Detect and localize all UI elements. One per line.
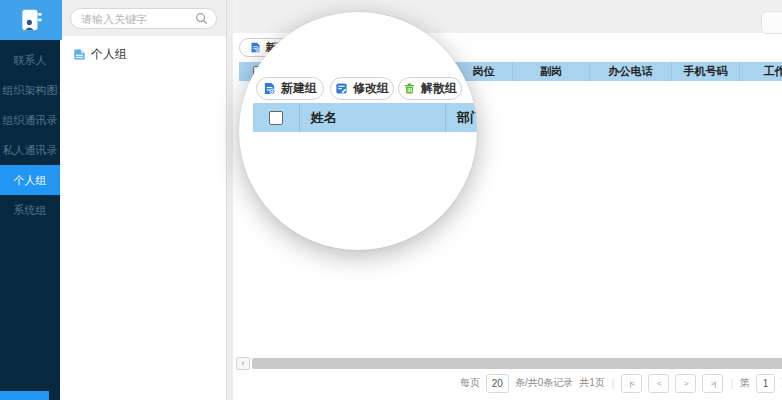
sidebar-menu: 联系人 组织架构图 组织通讯录 私人通讯录 个人组 系统组: [0, 45, 60, 225]
trash-icon: [403, 82, 416, 95]
col-deputy-post[interactable]: 副岗: [513, 62, 590, 81]
select-all-checkbox[interactable]: [269, 111, 283, 125]
search-icon[interactable]: [195, 12, 208, 25]
prev-page-button[interactable]: <: [648, 374, 669, 393]
top-right-partial-button[interactable]: [761, 11, 782, 34]
col-name[interactable]: 姓名: [300, 103, 446, 132]
group-file-icon: [73, 48, 86, 61]
first-page-button[interactable]: |<: [621, 374, 642, 393]
col-department[interactable]: 部门: [446, 103, 477, 132]
tree-item-personal-group[interactable]: 个人组: [60, 36, 226, 63]
panel-gutter: [227, 0, 233, 400]
sidebar-bottom-accent: [0, 391, 49, 400]
per-page-input[interactable]: 20: [486, 374, 509, 393]
scrollbar-thumb[interactable]: [252, 358, 782, 369]
pager-divider: |: [730, 378, 733, 389]
page-number-input[interactable]: 1: [756, 374, 775, 393]
address-book-icon: [18, 7, 44, 33]
col-office-phone[interactable]: 办公电话: [590, 62, 672, 81]
sidebar-item-contacts[interactable]: 联系人: [0, 45, 60, 75]
last-page-button[interactable]: >|: [702, 374, 723, 393]
edit-group-button-magnified[interactable]: 修改组: [330, 77, 394, 100]
page-prefix-label: 第: [740, 376, 750, 390]
disband-group-button-magnified[interactable]: 解散组: [398, 77, 462, 100]
sidebar-item-personal-group[interactable]: 个人组: [0, 165, 60, 195]
horizontal-scrollbar: ‹: [233, 357, 782, 370]
sidebar: 联系人 组织架构图 组织通讯录 私人通讯录 个人组 系统组: [0, 0, 60, 400]
sidebar-item-org-directory[interactable]: 组织通讯录: [0, 105, 60, 135]
sidebar-item-org-chart[interactable]: 组织架构图: [0, 75, 60, 105]
edit-group-button-label: 修改组: [353, 80, 389, 97]
tree-item-label: 个人组: [91, 46, 127, 63]
total-pages-label: 共1页: [579, 376, 605, 390]
per-page-label: 每页: [460, 376, 480, 390]
new-group-button-magnified[interactable]: 新建组: [256, 77, 324, 100]
sidebar-item-private-directory[interactable]: 私人通讯录: [0, 135, 60, 165]
select-all-cell: [253, 103, 300, 132]
disband-group-button-label: 解散组: [421, 80, 457, 97]
records-label: 条/共0条记录: [515, 376, 573, 390]
edit-group-icon: [335, 82, 348, 95]
table-header-magnified: 姓名 部门: [253, 103, 477, 132]
pagination-bar: 每页 20 条/共0条记录 共1页 | |< < > >| | 第 1 页: [457, 373, 782, 393]
tree-panel: 个人组: [60, 0, 227, 400]
magnifier-overlay: 新建组 修改组: [239, 12, 477, 250]
col-mobile[interactable]: 手机号码: [672, 62, 740, 81]
search-input[interactable]: [81, 13, 195, 25]
new-group-button-label: 新建组: [281, 80, 317, 97]
search-input-wrapper: [70, 8, 217, 29]
search-bar: [60, 0, 226, 36]
next-page-button[interactable]: >: [675, 374, 696, 393]
new-group-icon: [263, 82, 276, 95]
scroll-left-button[interactable]: ‹: [236, 357, 250, 370]
pager-divider: |: [612, 378, 615, 389]
new-group-icon: [250, 42, 261, 53]
app-logo[interactable]: [0, 0, 62, 40]
app-window: 联系人 组织架构图 组织通讯录 私人通讯录 个人组 系统组: [0, 0, 782, 400]
col-work-location[interactable]: 工作地: [740, 62, 782, 81]
sidebar-item-system-group[interactable]: 系统组: [0, 195, 60, 225]
